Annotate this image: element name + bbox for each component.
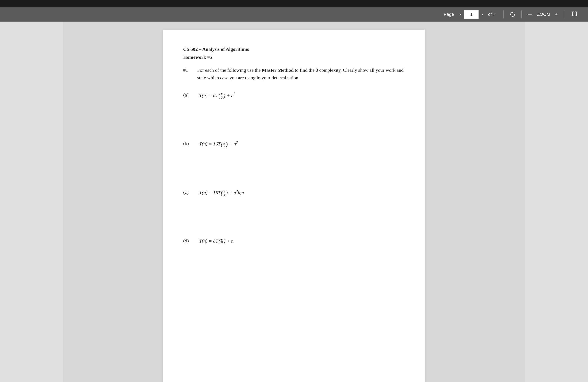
sub-problem-d: (d) T(n) = 8T(n2) + n	[183, 237, 405, 246]
sub-content-c: T(n) = 16T(n4) + n2lgn	[199, 189, 405, 197]
top-bar	[0, 0, 588, 7]
document-page: CS 502 – Analysis of Algorithms Homework…	[163, 30, 425, 382]
toolbar: Page ‹ › of 7 — ZOOM +	[0, 7, 588, 21]
problem-number: #1	[183, 66, 197, 82]
doc-title: CS 502 – Analysis of Algorithms	[183, 46, 405, 53]
main-area: CS 502 – Analysis of Algorithms Homework…	[0, 21, 588, 382]
left-panel	[0, 21, 63, 382]
sub-problem-c: (c) T(n) = 16T(n4) + n2lgn	[183, 189, 405, 197]
sub-content-b: T(n) = 16T(n2) + n3	[199, 140, 405, 149]
pagination-group: Page ‹ › of 7	[444, 10, 500, 19]
divider-2	[521, 10, 522, 18]
sub-content-a: T(n) = 8T(n2) + n3	[199, 91, 405, 100]
next-page-button[interactable]: ›	[479, 10, 486, 19]
sub-label-c: (c)	[183, 189, 199, 197]
sub-problem-a: (a) T(n) = 8T(n2) + n3	[183, 91, 405, 100]
sub-label-a: (a)	[183, 91, 199, 100]
divider-3	[564, 10, 564, 18]
total-pages: of 7	[488, 12, 495, 17]
zoom-label: ZOOM	[537, 12, 550, 17]
divider-1	[504, 10, 504, 18]
problem-text: For each of the following use the Master…	[197, 66, 405, 82]
zoom-out-button[interactable]: —	[525, 10, 535, 19]
sub-problem-b: (b) T(n) = 16T(n2) + n3	[183, 140, 405, 149]
zoom-in-button[interactable]: +	[552, 10, 560, 19]
page-number-input[interactable]	[464, 10, 479, 19]
sub-content-d: T(n) = 8T(n2) + n	[199, 237, 405, 246]
sub-label-b: (b)	[183, 140, 199, 149]
problem-1-header: #1 For each of the following use the Mas…	[183, 66, 405, 82]
problem-text-bold: Master Method	[262, 68, 294, 73]
right-panel	[525, 21, 588, 382]
refresh-button[interactable]	[507, 10, 518, 19]
doc-area: CS 502 – Analysis of Algorithms Homework…	[63, 21, 525, 382]
problem-text-pre: For each of the following use the	[197, 68, 262, 73]
expand-button[interactable]	[569, 9, 580, 19]
doc-subtitle: Homework #5	[183, 54, 405, 61]
sub-label-d: (d)	[183, 237, 199, 246]
page-label: Page	[444, 12, 454, 17]
prev-page-button[interactable]: ‹	[457, 10, 464, 19]
